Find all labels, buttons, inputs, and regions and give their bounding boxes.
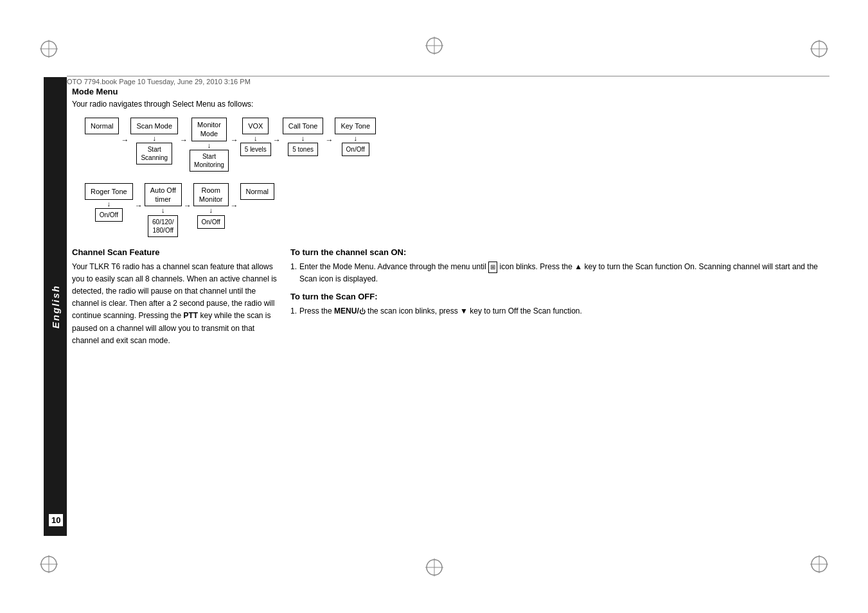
header-line: OTO 7794.book Page 10 Tuesday, June 29, … xyxy=(67,76,829,85)
step1-content: Enter the Mode Menu. Advance through the… xyxy=(299,261,826,285)
arrow-vox-calltone: → xyxy=(271,136,283,154)
step1-off-num: 1. xyxy=(290,305,297,317)
mode-menu-section: Mode Menu Your radio navigates through S… xyxy=(72,87,826,237)
down-arrow-roger: ↓ xyxy=(107,200,111,208)
flow-node-auto-off: Auto Offtimer ↓ 60/120/180/Off xyxy=(145,183,182,237)
two-column-section: Channel Scan Feature Your TLKR T6 radio … xyxy=(72,247,826,352)
mode-menu-subtitle: Your radio navigates through Select Menu… xyxy=(72,98,826,110)
down-arrow-keytone: ↓ xyxy=(353,134,357,143)
channel-scan-column: Channel Scan Feature Your TLKR T6 radio … xyxy=(72,247,278,352)
flow-box-scan-mode: Scan Mode xyxy=(130,118,178,134)
flow-box-room-monitor: RoomMonitor xyxy=(193,183,229,207)
mode-menu-title: Mode Menu xyxy=(72,87,826,96)
flow-row1: Normal → Scan Mode ↓ StartScanning → Mon… xyxy=(85,118,826,172)
main-content: Mode Menu Your radio navigates through S… xyxy=(72,87,826,549)
flow-box-key-tone: Key Tone xyxy=(335,118,376,134)
flow-node-normal-end: Normal xyxy=(240,183,274,214)
step1-off-content: Press the MENU/⏻ the scan icon blinks, p… xyxy=(299,305,826,317)
reg-mark-tl xyxy=(39,39,59,59)
reg-mark-bl xyxy=(39,554,59,574)
page-number: 10 xyxy=(49,514,63,526)
flow-box-roger-tone: Roger Tone xyxy=(85,183,133,200)
flow-subbox-room-onoff: On/Off xyxy=(197,215,225,229)
flow-node-roger-tone: Roger Tone ↓ On/Off xyxy=(85,183,133,222)
reg-mark-br xyxy=(809,554,829,574)
flow-subbox-start-scanning: StartScanning xyxy=(136,143,172,164)
flow-box-vox: VOX xyxy=(242,118,269,134)
flow-row2: Roger Tone ↓ On/Off → Auto Offtimer ↓ 60… xyxy=(85,183,826,237)
flow-subbox-start-monitoring: StartMonitoring xyxy=(190,150,229,172)
header-text: OTO 7794.book Page 10 Tuesday, June 29, … xyxy=(67,78,251,85)
scan-off-step1: 1. Press the MENU/⏻ the scan icon blinks… xyxy=(290,305,826,317)
flow-box-auto-off: Auto Offtimer xyxy=(145,183,182,207)
down-arrow-autooff: ↓ xyxy=(161,206,165,215)
reg-mark-center-top xyxy=(424,35,445,56)
flow-subbox-roger-onoff: On/Off xyxy=(95,208,123,222)
flow-subbox-keytone-onoff: On/Off xyxy=(342,143,369,156)
scan-off-title: To turn the Scan OFF: xyxy=(290,292,826,301)
flow-node-normal: Normal xyxy=(85,118,119,148)
flow-subbox-60120: 60/120/180/Off xyxy=(148,215,178,237)
flow-node-key-tone: Key Tone ↓ On/Off xyxy=(335,118,376,156)
channel-scan-body: Your TLKR T6 radio has a channel scan fe… xyxy=(72,261,278,347)
flow-diagram: Normal → Scan Mode ↓ StartScanning → Mon… xyxy=(72,118,826,237)
arrow-calltone-keytone: → xyxy=(323,136,335,154)
flow-node-call-tone: Call Tone ↓ 5 tones xyxy=(283,118,324,156)
flow-node-monitor-mode: MonitorMode ↓ StartMonitoring xyxy=(190,118,229,172)
flow-subbox-5tones: 5 tones xyxy=(288,143,318,156)
scan-on-title: To turn the channel scan ON: xyxy=(290,247,826,257)
step1-num: 1. xyxy=(290,261,297,285)
channel-scan-title: Channel Scan Feature xyxy=(72,247,278,257)
down-arrow-calltone: ↓ xyxy=(301,134,305,143)
flow-node-vox: VOX ↓ 5 levels xyxy=(240,118,271,156)
flow-box-call-tone: Call Tone xyxy=(283,118,324,134)
sidebar-label: English xyxy=(50,285,61,328)
sidebar: English xyxy=(44,77,67,536)
flow-box-normal-end: Normal xyxy=(240,183,274,200)
arrow-normal-scan: → xyxy=(119,136,130,154)
down-arrow-room: ↓ xyxy=(209,206,213,215)
down-arrow-scan: ↓ xyxy=(153,134,157,143)
flow-box-normal: Normal xyxy=(85,118,119,134)
down-arrow-monitor: ↓ xyxy=(208,141,211,150)
flow-node-room-monitor: RoomMonitor ↓ On/Off xyxy=(193,183,229,229)
flow-node-scan-mode: Scan Mode ↓ StartScanning xyxy=(130,118,178,164)
arrow-roger-autooff: → xyxy=(133,201,145,219)
arrow-scan-monitor: → xyxy=(178,136,190,154)
arrow-room-normal: → xyxy=(229,201,240,219)
flow-subbox-5levels: 5 levels xyxy=(240,143,271,156)
scan-on-step1: 1. Enter the Mode Menu. Advance through … xyxy=(290,261,826,285)
reg-mark-tr xyxy=(809,39,829,59)
scan-icon: ⊞ xyxy=(488,262,497,273)
reg-mark-center-bottom xyxy=(424,557,445,578)
scan-off-section: To turn the Scan OFF: 1. Press the MENU/… xyxy=(290,292,826,317)
down-arrow-vox: ↓ xyxy=(254,134,258,143)
arrow-monitor-vox: → xyxy=(229,136,240,154)
scan-instructions-column: To turn the channel scan ON: 1. Enter th… xyxy=(290,247,826,352)
flow-box-monitor-mode: MonitorMode xyxy=(191,118,227,141)
arrow-autooff-room: → xyxy=(182,201,193,219)
